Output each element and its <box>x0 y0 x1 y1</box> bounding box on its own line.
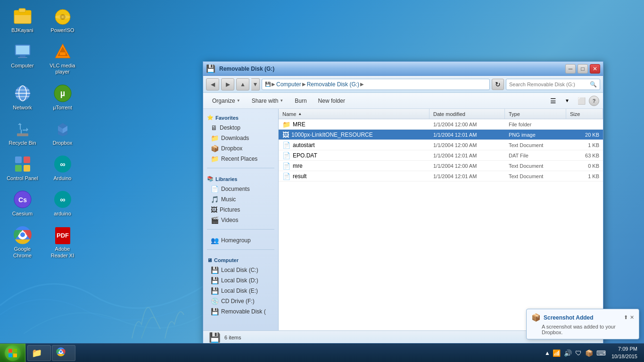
desktop-icon-dropbox[interactable]: Dropbox <box>45 117 80 148</box>
computer-label: Computer <box>11 63 33 69</box>
help-button[interactable]: ? <box>589 96 599 106</box>
tray-time: 7:09 PM <box>611 346 637 353</box>
status-item-count: 6 items <box>224 335 241 340</box>
taskbar-item-explorer[interactable]: 📁 <box>27 345 51 361</box>
adobe-icon: PDF <box>53 225 72 244</box>
tray-clock[interactable]: 7:09 PM 10/18/2015 <box>609 346 640 360</box>
file-name-mre-txt: 📄 mre <box>279 162 429 170</box>
sidebar-computer-header: 🖥 Computer <box>203 255 278 265</box>
search-input[interactable] <box>509 82 590 87</box>
recent-sidebar-icon: 📁 <box>211 155 219 163</box>
view-toggle-button[interactable]: ☰ <box>546 95 560 107</box>
desktop-icon-computer[interactable]: Computer <box>5 40 40 77</box>
desktop-icon-chrome[interactable]: Google Chrome <box>5 223 40 260</box>
svg-text:∞: ∞ <box>60 196 65 204</box>
sidebar-item-homegroup[interactable]: 👥 Homegroup <box>203 235 278 246</box>
col-header-type[interactable]: Type <box>505 109 566 119</box>
burn-button[interactable]: Burn <box>289 95 312 107</box>
sidebar-item-downloads[interactable]: 📁 Downloads <box>203 133 278 143</box>
share-with-button[interactable]: Share with ▼ <box>247 95 289 107</box>
col-header-date[interactable]: Date modified <box>429 109 505 119</box>
sidebar-item-local-c[interactable]: 💾 Local Disk (C:) <box>203 265 278 275</box>
desktop-icon-row-7: Google Chrome PDF Adobe Reader XI <box>5 223 80 260</box>
desktop-icon-poweriso[interactable]: PowerISO <box>45 5 80 35</box>
file-type-mre-txt: Text Document <box>505 163 566 169</box>
sidebar-item-removable-g[interactable]: 💾 Removable Disk ( <box>203 306 278 317</box>
desktop-icon-recycle[interactable]: Recycle Bin <box>5 117 40 148</box>
col-header-name[interactable]: Name ▲ <box>279 109 429 119</box>
address-path[interactable]: 💾 ▶ Computer ▶ Removable Disk (G:) ▶ <box>262 79 490 90</box>
sidebar: ⭐ Favorites 🖥 Desktop 📁 Downloads 📦 Drop… <box>203 109 279 330</box>
search-icon[interactable]: 🔍 <box>590 81 597 88</box>
desktop-icon-row-3: Network µ µTorrent <box>5 82 80 113</box>
preview-pane-button[interactable]: ⬜ <box>575 95 588 107</box>
maximize-button[interactable]: □ <box>578 64 588 74</box>
sidebar-item-cd-f[interactable]: 💿 CD Drive (F:) <box>203 296 278 306</box>
desktop-icon-bjkayani[interactable]: BJKayani <box>5 5 40 35</box>
recycle-label: Recycle Bin <box>8 140 36 146</box>
file-row-result[interactable]: 📄 result 1/1/2004 12:01 AM Text Document… <box>279 171 603 181</box>
back-button[interactable]: ◀ <box>206 78 219 90</box>
start-button[interactable] <box>0 344 25 362</box>
svg-point-39 <box>20 232 25 237</box>
sidebar-item-local-d[interactable]: 💾 Local Disk (D:) <box>203 275 278 286</box>
tray-network-icon: 📶 <box>552 348 561 358</box>
file-type-epo: DAT File <box>505 153 566 158</box>
refresh-button[interactable]: ↻ <box>492 79 504 90</box>
file-row-epo[interactable]: 📄 EPO.DAT 1/1/2004 12:01 AM DAT File 63 … <box>279 150 603 161</box>
cd-f-icon: 💿 <box>211 297 219 305</box>
file-row-png[interactable]: 🖼 1000px-LinkItONE_RESOURCE 1/1/2004 12:… <box>279 130 603 140</box>
taskbar-tray: ▲ 📶 🔊 🛡 📦 ⌨ 7:09 PM 10/18/2015 <box>541 344 644 362</box>
sidebar-item-dropbox[interactable]: 📦 Dropbox <box>203 143 278 154</box>
sidebar-item-local-e[interactable]: 💾 Local Disk (E:) <box>203 286 278 296</box>
sidebar-computer: 🖥 Computer 💾 Local Disk (C:) 💾 Local Dis… <box>203 252 278 319</box>
file-row-autostart[interactable]: 📄 autostart 1/1/2004 12:00 AM Text Docum… <box>279 140 603 150</box>
up-button[interactable]: ▲ <box>236 78 249 90</box>
desktop-icon-network[interactable]: Network <box>5 82 40 113</box>
sidebar-item-pictures[interactable]: 🖼 Pictures <box>203 205 278 215</box>
png-icon: 🖼 <box>282 131 289 139</box>
file-row-mre[interactable]: 📁 MRE 1/1/2004 12:00 AM File folder <box>279 119 603 130</box>
sidebar-item-documents[interactable]: 📄 Documents <box>203 184 278 194</box>
view-dropdown-button[interactable]: ▼ <box>561 95 574 107</box>
svg-rect-26 <box>15 156 22 163</box>
sidebar-item-music[interactable]: 🎵 Music <box>203 194 278 205</box>
svg-point-49 <box>60 351 62 353</box>
desktop-icon-arduino[interactable]: ∞ Arduino <box>45 153 80 183</box>
organize-button[interactable]: Organize ▼ <box>207 95 246 107</box>
arduino-icon: ∞ <box>53 155 72 173</box>
recycle-icon <box>13 119 32 138</box>
address-bar: ◀ ▶ ▲ ▼ 💾 ▶ Computer ▶ Removable Disk (G… <box>203 76 603 93</box>
col-header-size[interactable]: Size <box>566 109 603 119</box>
desktop-icon-arduino2[interactable]: ∞ arduino <box>45 188 80 219</box>
forward-button[interactable]: ▶ <box>221 78 234 90</box>
taskbar-item-chrome[interactable] <box>52 345 75 361</box>
sidebar-item-recent[interactable]: 📁 Recent Places <box>203 154 278 164</box>
svg-text:PDF: PDF <box>57 232 69 239</box>
sidebar-item-desktop[interactable]: 🖥 Desktop <box>203 123 278 133</box>
desktop-icon-caesium[interactable]: Cs Caesium <box>5 188 40 219</box>
sidebar-item-videos[interactable]: 🎬 Videos <box>203 215 278 225</box>
minimize-button[interactable]: ─ <box>565 64 576 74</box>
file-size-result: 1 KB <box>566 173 603 179</box>
sidebar-favorites-header: ⭐ Favorites <box>203 113 278 123</box>
nav-dropdown-button[interactable]: ▼ <box>251 78 260 90</box>
desktop: BJKayani PowerISO <box>0 0 644 362</box>
title-bar-icon: 💾 <box>206 64 215 73</box>
path-disk[interactable]: Removable Disk (G:) <box>307 81 359 88</box>
file-area: Name ▲ Date modified Type Size <box>279 109 603 330</box>
tray-expand-button[interactable]: ▲ <box>545 350 550 356</box>
close-button[interactable]: ✕ <box>590 64 600 74</box>
desktop-icon-vlc[interactable]: VLC media player <box>45 40 80 77</box>
address-drive-icon: 💾 <box>265 82 271 87</box>
path-computer[interactable]: Computer <box>276 81 301 88</box>
notification-close-button[interactable]: ✕ <box>630 314 634 321</box>
notification-expand-button[interactable]: ⬆ <box>624 314 628 321</box>
new-folder-button[interactable]: New folder <box>313 95 350 107</box>
desktop-icon-utorrent[interactable]: µ µTorrent <box>45 82 80 113</box>
file-row-mre-txt[interactable]: 📄 mre 1/1/2004 12:00 AM Text Document 0 … <box>279 161 603 171</box>
desktop-icon-adobe[interactable]: PDF Adobe Reader XI <box>45 223 80 260</box>
desktop-icon-controlpanel[interactable]: Control Panel <box>5 153 40 183</box>
svg-rect-13 <box>60 52 66 55</box>
sidebar-favorites: ⭐ Favorites 🖥 Desktop 📁 Downloads 📦 Drop… <box>203 109 278 166</box>
